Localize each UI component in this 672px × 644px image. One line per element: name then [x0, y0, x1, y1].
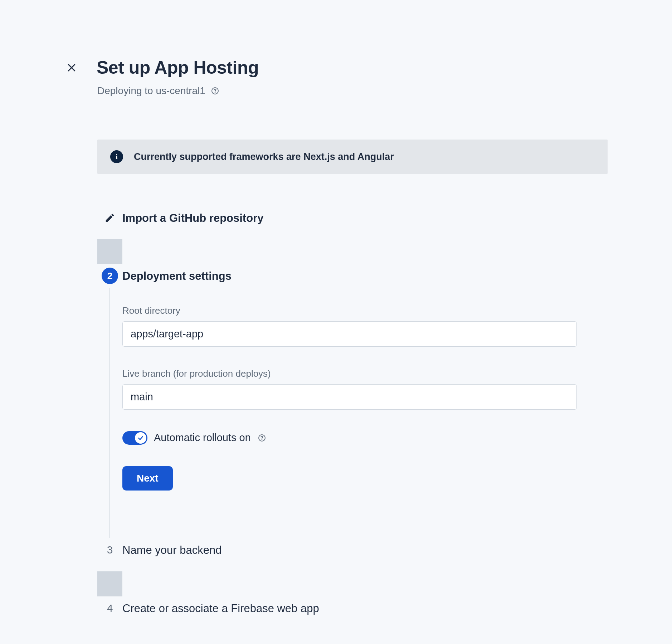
step-deployment-settings: 2 Deployment settings Root directory Liv…	[97, 268, 608, 542]
step-3-number: 3	[102, 542, 118, 558]
deploy-region-label: Deploying to us-central1	[97, 85, 205, 97]
root-dir-input[interactable]	[122, 321, 577, 347]
edit-icon	[102, 210, 118, 226]
info-banner: i Currently supported frameworks are Nex…	[97, 140, 608, 174]
auto-rollouts-toggle[interactable]	[122, 431, 147, 445]
root-dir-label: Root directory	[122, 305, 608, 316]
svg-point-3	[262, 439, 262, 440]
step-3-title: Name your backend	[122, 543, 608, 557]
step-connector	[109, 288, 110, 538]
branch-label: Live branch (for production deploys)	[122, 368, 608, 379]
step-connector	[97, 571, 122, 596]
step-2-title: Deployment settings	[122, 269, 608, 283]
step-1-title: Import a GitHub repository	[122, 211, 608, 225]
help-icon[interactable]	[257, 433, 267, 443]
close-icon	[66, 62, 77, 73]
page-title: Set up App Hosting	[97, 57, 259, 78]
step-connector	[97, 239, 122, 264]
step-2-badge: 2	[102, 268, 118, 284]
step-import-repo[interactable]: Import a GitHub repository	[97, 210, 608, 235]
next-button[interactable]: Next	[122, 466, 173, 491]
info-text: Currently supported frameworks are Next.…	[134, 151, 394, 162]
step-name-backend[interactable]: 3 Name your backend	[97, 542, 608, 567]
branch-input[interactable]	[122, 384, 577, 410]
svg-point-1	[215, 92, 215, 93]
close-button[interactable]	[64, 60, 79, 75]
step-4-number: 4	[102, 600, 118, 616]
step-firebase-app[interactable]: 4 Create or associate a Firebase web app	[97, 600, 608, 626]
help-icon[interactable]	[210, 86, 220, 96]
auto-rollouts-label: Automatic rollouts on	[154, 432, 251, 444]
check-icon	[137, 434, 144, 441]
step-4-title: Create or associate a Firebase web app	[122, 601, 608, 616]
info-icon: i	[110, 150, 123, 163]
